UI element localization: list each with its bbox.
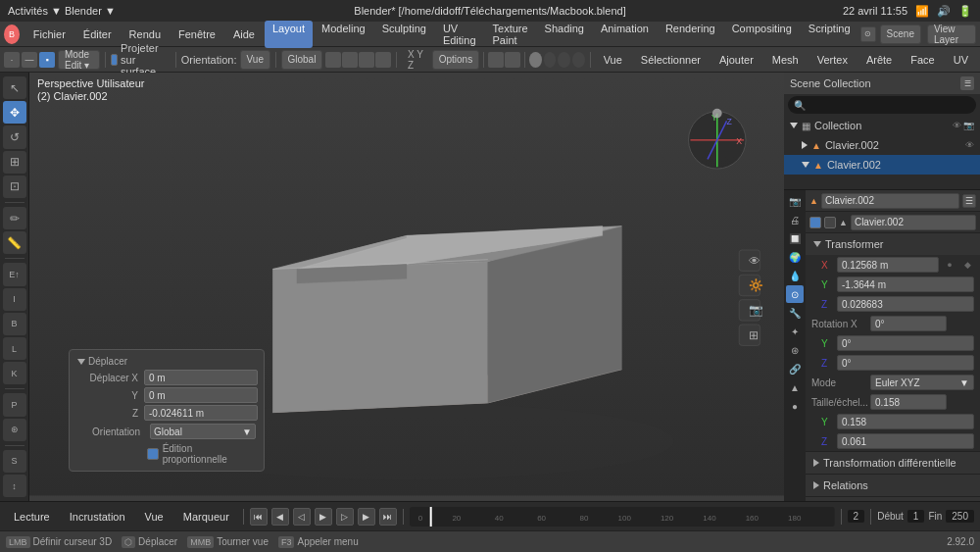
smooth-btn[interactable]: S (3, 450, 26, 473)
transform-tool-btn[interactable]: ⊡ (3, 176, 26, 198)
loop-cut-btn[interactable]: L (3, 337, 26, 360)
options-btn[interactable]: Options (432, 50, 479, 70)
scene-props-btn[interactable]: 🌍 (786, 248, 804, 266)
select-mode-face[interactable]: ▪ (39, 52, 55, 68)
collections-title[interactable]: Collections (806, 497, 980, 501)
move-tool-btn[interactable]: ✥ (3, 101, 26, 124)
global-snap-btn[interactable]: Global (281, 50, 323, 70)
tab-scripting[interactable]: Scripting (801, 21, 858, 48)
physics-props-btn[interactable]: ⊛ (786, 341, 804, 359)
inset-tool-btn[interactable]: I (3, 288, 26, 311)
orientation-dropdown[interactable]: Vue (240, 50, 270, 70)
menu-fenetre[interactable]: Fenêtre (171, 26, 223, 42)
pos-z-value[interactable]: 0.028683 (837, 296, 974, 312)
pos-x-anim[interactable]: ● (943, 258, 956, 272)
collection-item[interactable]: ▦ Collection 👁 📷 (784, 116, 980, 135)
tab-rendering[interactable]: Rendering (658, 21, 723, 48)
knife-btn[interactable]: K (3, 362, 26, 384)
tl-to-end[interactable]: ⏭ (379, 508, 397, 526)
wire-mode-btn[interactable] (572, 52, 585, 68)
transformer-section-title[interactable]: Transformer (806, 233, 980, 255)
select-mode-vert[interactable]: · (4, 52, 20, 68)
tab-animation[interactable]: Animation (593, 21, 657, 48)
vertex-menu[interactable]: Vertex (809, 52, 856, 68)
end-frame-display[interactable]: 250 (946, 510, 974, 523)
uv-menu[interactable]: UV (946, 52, 976, 68)
move-panel-toggle[interactable] (77, 359, 85, 365)
measure-tool-btn[interactable]: 📏 (3, 231, 26, 254)
data-visible-checkbox[interactable] (809, 217, 821, 228)
tab-texture-paint[interactable]: Texture Paint (485, 21, 536, 48)
world-props-btn[interactable]: 💧 (786, 267, 804, 284)
tl-prev-frame[interactable]: ◀ (271, 508, 289, 526)
rot-x-value[interactable]: 0° (870, 316, 947, 331)
snap-icon1[interactable] (325, 52, 341, 68)
extrude-tool-btn[interactable]: E↑ (3, 263, 26, 285)
viewport[interactable]: Perspective Utilisateur (2) Clavier.002 (29, 73, 784, 501)
menu-aide[interactable]: Aide (225, 26, 263, 42)
object-item-2-selected[interactable]: ▲ Clavier.002 (784, 155, 980, 175)
xray-icon[interactable] (505, 52, 520, 68)
edge-menu[interactable]: Arête (858, 52, 900, 68)
project-checkbox[interactable] (111, 54, 118, 66)
scene-dropdown[interactable]: Scene (880, 25, 921, 44)
overlay-icon[interactable] (488, 52, 504, 68)
pos-y-value[interactable]: -1.3644 m (837, 276, 974, 292)
rotate-tool-btn[interactable]: ↺ (3, 125, 26, 148)
poly-build-btn[interactable]: P (3, 393, 26, 416)
solid-mode-btn[interactable] (529, 52, 542, 68)
transform-diff-title[interactable]: Transformation différentielle (806, 452, 980, 474)
particles-props-btn[interactable]: ✦ (786, 323, 804, 340)
tab-compositing[interactable]: Compositing (724, 21, 800, 48)
mesh-menu[interactable]: Mesh (764, 52, 807, 68)
timeline-ruler[interactable]: 0 20 40 60 80 100 120 140 160 180 (410, 507, 835, 527)
snap-icon3[interactable] (359, 52, 374, 68)
render-props-btn[interactable]: 📷 (786, 192, 804, 210)
move-z-value[interactable]: -0.024611 m (144, 405, 258, 421)
rendered-mode-btn[interactable] (558, 52, 570, 68)
data-name-input[interactable]: Clavier.002 (851, 215, 976, 230)
tl-to-start[interactable]: ⏮ (250, 508, 268, 526)
move-y-value[interactable]: 0 m (144, 387, 258, 403)
add-menu[interactable]: Ajouter (711, 52, 761, 68)
cursor-tool[interactable]: ↖ (3, 76, 26, 99)
view-menu[interactable]: Vue (596, 52, 630, 68)
scale-tool-btn[interactable]: ⊞ (3, 151, 26, 174)
material-props-btn[interactable]: ● (786, 397, 804, 415)
viewlayer-dropdown[interactable]: View Layer (927, 25, 976, 44)
current-frame-display[interactable]: 2 (848, 510, 865, 523)
data-props-btn[interactable]: ▲ (786, 378, 804, 396)
annotate-tool-btn[interactable]: ✏ (3, 207, 26, 229)
start-frame-display[interactable]: 1 (907, 510, 925, 523)
object-name-input[interactable]: Clavier.002 (821, 193, 959, 209)
data-select-checkbox[interactable] (824, 217, 836, 228)
tab-layout[interactable]: Layout (265, 21, 313, 48)
push-btn[interactable]: ↕ (3, 475, 26, 497)
face-menu[interactable]: Face (903, 52, 942, 68)
tab-sculpting[interactable]: Sculpting (374, 21, 434, 48)
select-mode-edge[interactable]: — (22, 52, 37, 68)
proportional-checkbox[interactable] (147, 448, 159, 460)
pos-x-driver[interactable]: ◆ (960, 258, 974, 272)
tl-incrust[interactable]: Incrustation (62, 509, 133, 525)
mode-edit-btn[interactable]: Mode Edit ▾ (58, 50, 100, 70)
menu-rendu[interactable]: Rendu (122, 26, 169, 42)
tab-uv-editing[interactable]: UV Editing (435, 21, 484, 48)
menu-editer[interactable]: Éditer (75, 26, 120, 42)
pos-x-value[interactable]: 0.12568 m (837, 257, 939, 273)
activities-label[interactable]: Activités ▼ Blender ▼ (8, 5, 116, 17)
orientation-select[interactable]: Global ▼ (150, 424, 256, 439)
bevel-tool-btn[interactable]: B (3, 313, 26, 335)
tl-play[interactable]: ▶ (315, 508, 332, 526)
modifier-props-btn[interactable]: 🔧 (786, 304, 804, 322)
mode-select[interactable]: Euler XYZ ▼ (870, 375, 974, 390)
move-x-value[interactable]: 0 m (144, 370, 258, 385)
material-mode-btn[interactable] (544, 52, 557, 68)
outliner-filter-icon[interactable]: ☰ (960, 76, 974, 90)
tab-shading[interactable]: Shading (537, 21, 592, 48)
tl-markers[interactable]: Marqueur (175, 509, 237, 525)
select-menu[interactable]: Sélectionner (633, 52, 709, 68)
scale-z-value[interactable]: 0.061 (837, 433, 974, 449)
tab-modeling[interactable]: Modeling (314, 21, 373, 48)
snap-icon4[interactable] (375, 52, 391, 68)
